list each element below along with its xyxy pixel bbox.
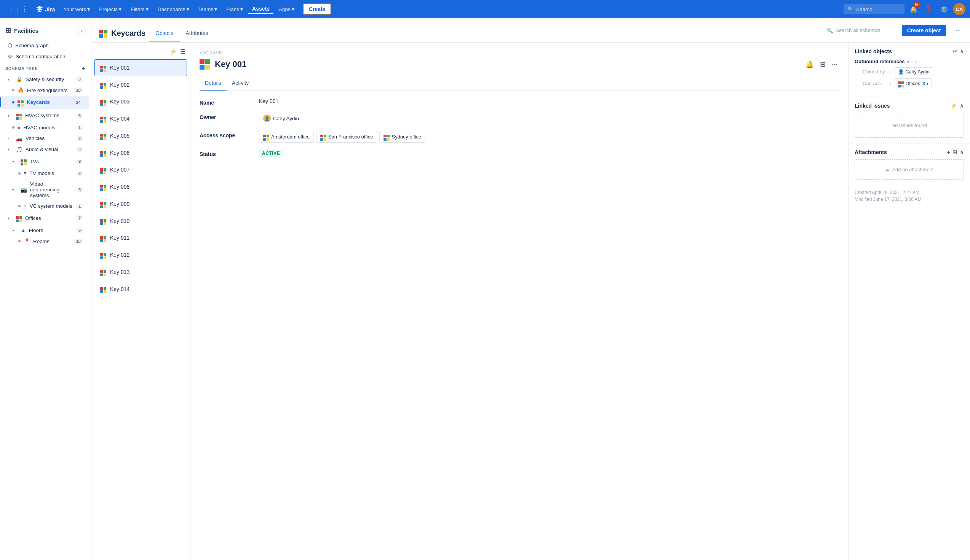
detail-tabs: Details Activity — [199, 76, 839, 90]
tab-attributes[interactable]: Attributes — [180, 25, 214, 42]
amsterdam-office-chip[interactable]: Amsterdam office — [259, 131, 314, 143]
sidebar-item-fire-ext[interactable]: 🔥 Fire extinguishers 10 — [2, 85, 89, 95]
floors-icon: ▲ — [20, 227, 26, 233]
user-avatar[interactable]: CA — [953, 3, 965, 15]
more-options-button[interactable]: ··· — [950, 24, 962, 36]
access-chips: Amsterdam office San Francisco office — [259, 131, 425, 143]
add-attachment-box[interactable]: ☁ Add an attachment — [855, 159, 964, 180]
linked-objects-header: Linked objects ✂ ∧ — [855, 48, 964, 55]
owner-value: Carly Aydin — [273, 116, 299, 122]
owned-by-ref-row: — Owned by → 👤 Carly Aydin — [855, 67, 964, 76]
settings-button[interactable]: ⚙️ — [938, 3, 950, 15]
sidebar-item-rooms[interactable]: 📍 Rooms 10 — [2, 236, 89, 247]
office-icon — [320, 133, 326, 141]
collapse-issues-icon[interactable]: ∧ — [960, 102, 964, 109]
sidebar: ⊞ Facilities ‹ ⬡ Schema graph ⚙ Schema c… — [0, 18, 91, 560]
add-tree-item-icon[interactable]: + — [82, 65, 86, 72]
list-item[interactable]: Key 013 — [94, 263, 187, 280]
status-field-row: Status ACTIVE — [199, 150, 839, 157]
qr-icon[interactable]: ⊞ — [818, 58, 827, 70]
sidebar-item-tv-models[interactable]: ≡ TV models 2 — [2, 168, 89, 178]
dot-icon — [18, 205, 20, 207]
av-icon: 🎵 — [16, 147, 22, 153]
list-item[interactable]: Key 010 — [94, 213, 187, 229]
grid-attachment-icon[interactable]: ⊞ — [952, 149, 957, 156]
sidebar-item-safety[interactable]: ▾ 🔒 Safety & security 0 — [2, 74, 89, 85]
jira-logo[interactable]: Jira — [33, 5, 58, 13]
dashboards-menu[interactable]: Dashboards▾ — [154, 5, 193, 14]
tab-objects[interactable]: Objects — [149, 25, 179, 42]
sidebar-item-floors[interactable]: ▾ ▲ Floors 6 — [2, 225, 89, 235]
sidebar-item-vc-models[interactable]: ≡ VC system models 1 — [2, 201, 89, 211]
link-icon[interactable]: ✂ — [952, 48, 957, 55]
detail-tab-details[interactable]: Details — [199, 76, 227, 90]
filter-icon[interactable]: ⚡ — [169, 48, 177, 55]
linked-issues-section: Linked issues ⚡ ∧ No issues found — [848, 97, 970, 143]
list-item[interactable]: Key 003 — [94, 93, 187, 110]
create-object-button[interactable]: Create object — [902, 25, 947, 36]
owner-chip[interactable]: 👤 Carly Aydin — [259, 113, 303, 124]
hvac-models-icon: ≡ — [18, 125, 20, 130]
status-badge: ACTIVE — [259, 150, 283, 157]
assets-menu[interactable]: Assets — [248, 4, 273, 14]
list-item[interactable]: Key 014 — [94, 281, 187, 298]
list-item[interactable]: Key 005 — [94, 127, 187, 144]
plans-menu[interactable]: Plans▾ — [222, 5, 247, 14]
list-item[interactable]: Key 004 — [94, 110, 187, 127]
name-value: Key 001 — [259, 98, 278, 104]
sf-office-chip[interactable]: San Francisco office — [316, 131, 377, 143]
more-detail-icon[interactable]: ··· — [830, 59, 839, 70]
detail-tab-activity[interactable]: Activity — [227, 76, 254, 90]
page-header: Keycards Objects Attributes 🔍 Search all… — [91, 18, 970, 43]
notifications-button[interactable]: 🔔 9+ — [908, 3, 920, 15]
sidebar-item-hvac-models[interactable]: ≡ HVAC models 1 — [2, 122, 89, 133]
your-work-menu[interactable]: Your work▾ — [60, 5, 94, 14]
list-item[interactable]: Key 007 — [94, 162, 187, 178]
attachments-section: Attachments + ⊞ ∧ ☁ Add an attachment — [848, 143, 970, 185]
schema-graph-icon: ⬡ — [8, 42, 12, 48]
app-switcher-icon[interactable]: ⋮⋮⋮ — [5, 3, 31, 15]
sidebar-item-tvs[interactable]: ▾ TVs 9 — [2, 155, 89, 168]
chevron-icon: ▾ — [8, 216, 13, 220]
sidebar-item-vc[interactable]: ▾ 📷 Video conferencing systems 5 — [2, 179, 89, 200]
owned-by-chip[interactable]: 👤 Carly Aydin — [895, 67, 933, 76]
sidebar-item-keycards[interactable]: Keycards 24 — [2, 96, 89, 109]
list-view-icon[interactable]: ☰ — [180, 48, 186, 55]
list-item[interactable]: Key 006 — [94, 145, 187, 161]
global-search[interactable]: 🔍 Search — [844, 4, 905, 14]
list-item[interactable]: Key 002 — [94, 77, 187, 93]
dot-icon — [12, 126, 15, 128]
sidebar-item-schema-graph[interactable]: ⬡ Schema graph — [2, 40, 89, 51]
list-item[interactable]: Key 009 — [94, 195, 187, 212]
list-item[interactable]: Key 001 — [94, 59, 187, 76]
create-button[interactable]: Create — [303, 3, 332, 15]
chevron-icon: ▾ — [8, 113, 13, 118]
sydney-office-chip[interactable]: Sydney office — [379, 131, 425, 143]
hvac-icon — [16, 112, 22, 120]
sidebar-collapse-button[interactable]: ‹ — [77, 26, 86, 35]
schema-search[interactable]: 🔍 Search all schemas — [822, 25, 898, 36]
sidebar-item-schema-config[interactable]: ⚙ Schema configuration — [2, 51, 89, 62]
add-attachment-icon[interactable]: + — [947, 149, 950, 155]
sidebar-item-av[interactable]: ▾ 🎵 Audio & visual 0 — [2, 144, 89, 155]
detail-header-icons: 🔔 ⊞ ··· — [804, 58, 839, 70]
filter-issues-icon[interactable]: ⚡ — [950, 102, 957, 109]
list-item[interactable]: Key 011 — [94, 230, 187, 247]
sidebar-item-vehicles[interactable]: › 🚗 Vehicles 2 — [2, 133, 89, 144]
collapse-icon[interactable]: ∧ — [960, 48, 964, 55]
key-grid-icon — [100, 234, 106, 242]
apps-menu[interactable]: Apps▾ — [275, 5, 298, 14]
teams-menu[interactable]: Teams▾ — [195, 5, 221, 14]
collapse-attachments-icon[interactable]: ∧ — [960, 149, 964, 156]
sidebar-item-hvac[interactable]: ▾ HVAC systems 6 — [2, 109, 89, 122]
notify-icon[interactable]: 🔔 — [804, 58, 815, 70]
list-item[interactable]: Key 008 — [94, 178, 187, 195]
filters-menu[interactable]: Filters▾ — [127, 5, 152, 14]
list-item[interactable]: Key 012 — [94, 247, 187, 263]
sidebar-item-offices[interactable]: ▾ Offices 7 — [2, 212, 89, 225]
offices-chip[interactable]: Offices 3 ▾ — [895, 78, 932, 89]
help-button[interactable]: ❓ — [923, 3, 935, 15]
upload-icon: ☁ — [885, 167, 890, 172]
projects-menu[interactable]: Projects▾ — [95, 5, 125, 14]
vehicles-icon: 🚗 — [16, 135, 22, 142]
